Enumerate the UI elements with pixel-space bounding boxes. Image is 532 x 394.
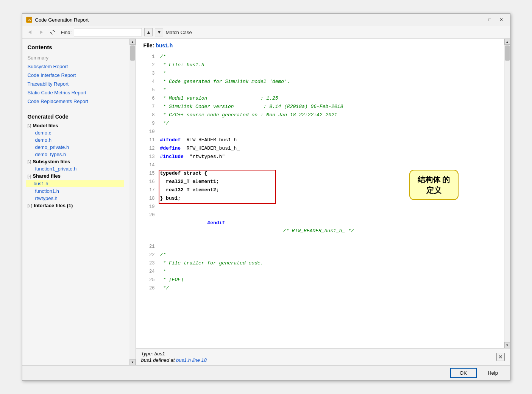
interface-files-section: [+] Interface files (1) <box>28 203 124 208</box>
help-button[interactable]: Help <box>480 368 506 378</box>
defined-info: bus1 defined at bus1.h line 18 <box>141 357 207 363</box>
sidebar-item-summary[interactable]: Summary <box>28 55 124 61</box>
sidebar-with-scroll: Contents Summary Subsystem Report Code I… <box>22 39 136 365</box>
sidebar-item-static-metrics[interactable]: Static Code Metrics Report <box>28 90 124 95</box>
scroll-track <box>504 45 510 342</box>
section-divider-1 <box>28 109 124 109</box>
title-bar-left: </> Code Generation Report <box>26 17 89 23</box>
sidebar-item-code-interface[interactable]: Code Interface Report <box>28 72 124 78</box>
match-case-label: Match Case <box>165 30 192 35</box>
model-file-demo-c: demo.c <box>28 130 124 136</box>
shared-files-section: [-] Shared files bus1.h function1.h rtwt… <box>28 173 124 201</box>
refresh-button[interactable] <box>48 28 57 37</box>
sidebar-scroll-down[interactable]: ▼ <box>129 359 136 365</box>
model-file-demo-c-link[interactable]: demo.c <box>35 130 51 136</box>
code-line-19: 19 <box>144 203 496 211</box>
highlighted-region: 15 typedef struct { 16 real32_T element1… <box>144 170 496 203</box>
sidebar-item-subsystem[interactable]: Subsystem Report <box>28 64 124 69</box>
shared-file-function1h: function1.h <box>28 188 124 194</box>
code-line-6: 6 * Model version : 1.25 <box>144 95 496 103</box>
code-line-11: 11 #ifndef RTW_HEADER_bus1_h_ <box>144 136 496 145</box>
model-files-label: Model files <box>33 123 58 128</box>
code-line-13: 13 #include "rtwtypes.h" <box>144 153 496 161</box>
model-file-demo-h-link[interactable]: demo.h <box>35 137 51 143</box>
code-line-10: 10 <box>144 128 496 136</box>
shared-file-rtwtypes-link[interactable]: rtwtypes.h <box>35 195 58 201</box>
code-area[interactable]: File: bus1.h 1 /* 2 * File: bus1.h <box>136 39 504 348</box>
subsystem-file-function1: function1_private.h <box>28 166 124 172</box>
forward-button[interactable] <box>37 28 46 37</box>
app-icon: </> <box>26 17 32 23</box>
window-title: Code Generation Report <box>35 17 89 23</box>
endif-comment: /* RTW_HEADER_bus1_h_ */ <box>283 228 354 234</box>
subsystem-files-header: [-] Subsystem files <box>28 159 124 164</box>
bottom-bar: OK Help <box>22 365 510 380</box>
sidebar-scroll-up[interactable]: ▲ <box>129 39 136 45</box>
code-line-23: 23 * File trailer for generated code. <box>144 260 496 268</box>
sidebar-content: Contents Summary Subsystem Report Code I… <box>22 39 129 365</box>
toolbar: Find: ▲ ▼ Match Case <box>22 26 510 39</box>
title-bar: </> Code Generation Report — □ ✕ <box>22 14 510 26</box>
find-down-button[interactable]: ▼ <box>155 28 163 36</box>
shared-file-function1h-link[interactable]: function1.h <box>35 188 59 194</box>
main-area: Contents Summary Subsystem Report Code I… <box>22 39 510 365</box>
model-file-demo-types: demo_types.h <box>28 152 124 157</box>
contents-heading: Contents <box>28 44 124 50</box>
code-line-14: 14 <box>144 161 496 170</box>
find-input[interactable] <box>74 28 142 36</box>
right-scrollbar: ▲ ▼ <box>504 39 510 348</box>
sidebar-item-traceability[interactable]: Traceability Report <box>28 81 124 87</box>
generated-code-heading: Generated Code <box>28 114 124 120</box>
code-line-20: 20 #endif /* RTW_HEADER_bus1_h_ */ <box>144 211 496 243</box>
ok-button[interactable]: OK <box>450 368 477 378</box>
code-line-22: 22 /* <box>144 251 496 260</box>
sidebar-scroll-track <box>129 45 136 359</box>
model-files-section: [-] Model files demo.c demo.h demo_priva… <box>28 123 124 157</box>
code-line-1: 1 /* <box>144 53 496 61</box>
model-file-demo-private-link[interactable]: demo_private.h <box>35 144 69 150</box>
find-up-button[interactable]: ▲ <box>144 28 153 36</box>
file-title-prefix: File: <box>144 42 156 48</box>
shared-files-header: [-] Shared files <box>28 173 124 179</box>
file-title-link[interactable]: bus1.h <box>156 42 173 48</box>
code-line-5: 5 * <box>144 86 496 95</box>
back-button[interactable] <box>25 28 34 37</box>
minimize-button[interactable]: — <box>474 16 484 23</box>
model-file-demo-types-link[interactable]: demo_types.h <box>35 152 66 157</box>
code-line-3: 3 * <box>144 70 496 78</box>
info-close-button[interactable]: ✕ <box>496 353 505 361</box>
code-line-21: 21 <box>144 243 496 251</box>
interface-files-header: [+] Interface files (1) <box>28 203 124 208</box>
type-label: Type: <box>141 351 154 356</box>
scroll-up-button[interactable]: ▲ <box>504 39 510 45</box>
code-line-4: 4 * Code generated for Simulink model 'd… <box>144 78 496 86</box>
defined-link[interactable]: bus1.h line 18 <box>176 357 207 363</box>
svg-text:</>: </> <box>28 18 32 22</box>
scroll-thumb[interactable] <box>505 45 510 61</box>
code-line-12: 12 #define RTW_HEADER_bus1_h_ <box>144 145 496 153</box>
maximize-button[interactable]: □ <box>485 16 495 23</box>
find-label: Find: <box>61 30 72 35</box>
subsystem-file-function1-link[interactable]: function1_private.h <box>35 166 77 172</box>
title-controls: — □ ✕ <box>474 16 506 23</box>
sidebar-scrollbar: ▲ ▼ <box>129 39 136 365</box>
sidebar-scroll-thumb[interactable] <box>130 45 135 61</box>
code-line-9: 9 */ <box>144 120 496 128</box>
svg-marker-2 <box>28 30 31 34</box>
scroll-down-button[interactable]: ▼ <box>504 342 510 348</box>
interface-files-label: Interface files (1) <box>34 203 73 208</box>
main-window: </> Code Generation Report — □ ✕ Find: ▲… <box>22 13 510 381</box>
shared-file-bus1h-link[interactable]: bus1.h <box>34 181 48 186</box>
shared-files-toggle[interactable]: [-] <box>28 174 31 178</box>
defined-prefix: bus1 defined at <box>141 357 176 363</box>
shared-file-bus1h: bus1.h <box>26 180 124 187</box>
subsystem-files-toggle[interactable]: [-] <box>28 159 31 164</box>
code-line-26: 26 */ <box>144 285 496 293</box>
info-bar: Type: bus1 bus1 defined at bus1.h line 1… <box>136 348 510 365</box>
sidebar-item-code-replacements[interactable]: Code Replacements Report <box>28 98 124 104</box>
close-button[interactable]: ✕ <box>496 16 506 23</box>
code-line-8: 8 * C/C++ source code generated on : Mon… <box>144 111 496 120</box>
model-files-toggle[interactable]: [-] <box>28 124 31 128</box>
shared-files-label: Shared files <box>33 173 61 179</box>
interface-files-toggle[interactable]: [+] <box>28 203 33 208</box>
